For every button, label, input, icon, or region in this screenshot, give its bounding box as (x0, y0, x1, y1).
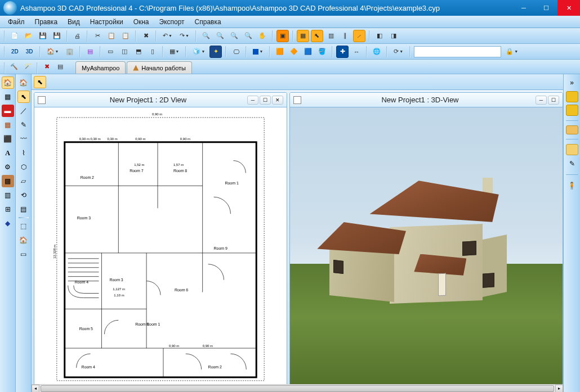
canvas-3d[interactable] (290, 107, 563, 392)
foundation-tool-button[interactable]: ▬ (2, 105, 14, 117)
window-symbol-button[interactable]: ⊞ (2, 203, 14, 215)
material-4-button[interactable]: 🪣 (316, 46, 328, 58)
horizontal-scrollbar[interactable]: ◂ ▸ (32, 384, 563, 392)
select-button[interactable]: ⬉ (311, 30, 323, 42)
screen-button[interactable]: 🖵 (230, 46, 242, 58)
delete-button[interactable]: ✖ (140, 30, 152, 42)
save-button[interactable]: 💾 (37, 30, 49, 42)
save-all-button[interactable]: 💾 (51, 30, 63, 42)
zoom-out-button[interactable]: 🔍 (214, 30, 226, 42)
zoom-fit-button[interactable]: 🔍 (242, 30, 255, 42)
fence-tool-button[interactable]: ▥ (2, 189, 14, 201)
mode-2d-button[interactable]: 2D (8, 46, 21, 58)
print-button[interactable]: 🖨 (71, 30, 83, 42)
menu-export[interactable]: Экспорт (155, 17, 189, 27)
grid-tool-button[interactable]: ▦ (2, 91, 14, 103)
view-preset-button[interactable]: ▦▼ (167, 46, 182, 58)
undo-button[interactable]: ↶▼ (160, 30, 175, 42)
building-tool-button[interactable]: 🏠 (2, 76, 14, 89)
copy-button[interactable]: 📋 (105, 30, 118, 42)
paste-button[interactable]: 📋 (119, 30, 132, 42)
mdi-maximize-button[interactable]: ☐ (548, 96, 559, 105)
window-minimize-button[interactable]: ─ (512, 0, 535, 16)
menu-edit[interactable]: Правка (30, 17, 63, 27)
solid-tool-button[interactable]: ◆ (2, 217, 14, 229)
cut-button[interactable]: ✂ (91, 30, 104, 42)
window-close-button[interactable]: ✕ (557, 0, 580, 16)
new-floor-button[interactable]: 🏠▼ (44, 46, 62, 58)
cube-button[interactable]: 🧊▼ (190, 46, 208, 58)
layout-3-button[interactable]: ⬒ (132, 46, 145, 58)
material-3-button[interactable]: 🟦 (302, 46, 314, 58)
tab-myashampoo[interactable]: MyAshampoo (75, 61, 126, 74)
edit-tool-button[interactable]: ✎ (17, 119, 30, 131)
roof-tool-button[interactable]: 🏠 (17, 234, 30, 246)
snap-angle-button[interactable]: ⟋ (353, 30, 365, 42)
grid-button[interactable]: ▦ (297, 30, 309, 42)
extrude-tool-button[interactable]: ▱ (17, 175, 30, 187)
menu-file[interactable]: Файл (3, 17, 29, 27)
scroll-left-button[interactable]: ◂ (32, 385, 39, 393)
menu-windows[interactable]: Окна (129, 17, 154, 27)
mdi-minimize-button[interactable]: ─ (247, 96, 258, 105)
cursor-tool-button[interactable]: ⬉ (17, 91, 30, 103)
dimension-button[interactable]: ↔ (350, 46, 363, 58)
globe-button[interactable]: 🌐 (371, 46, 383, 58)
stack-tool-button[interactable]: ▤ (17, 203, 30, 215)
wall-tool-button[interactable]: ⬛ (2, 133, 14, 145)
navigate-button[interactable]: ✦ (209, 46, 222, 58)
mode-3d-button[interactable]: 3D (23, 46, 36, 58)
material-1-button[interactable]: 🟧 (274, 46, 286, 58)
redo-button[interactable]: ↷▼ (177, 30, 192, 42)
layout-2-button[interactable]: ◫ (118, 46, 131, 58)
zoom-window-button[interactable]: 🔍 (228, 30, 240, 42)
menu-help[interactable]: Справка (190, 17, 226, 27)
menu-settings[interactable]: Настройки (86, 17, 128, 27)
line-tool-button[interactable]: ／ (17, 105, 30, 117)
layout-4-button[interactable]: ▯ (146, 46, 159, 58)
refresh-button[interactable]: ⟳▼ (391, 46, 406, 58)
measure-button[interactable]: ✚ (336, 46, 349, 58)
tool-wand-icon[interactable]: 🪄 (21, 61, 34, 73)
mdi-minimize-button[interactable]: ─ (536, 96, 547, 105)
layer-button[interactable]: ▤ (84, 46, 96, 58)
mdi-close-button[interactable]: ✕ (272, 96, 283, 105)
beam-tool-button[interactable]: ▭ (17, 248, 30, 260)
folder-icon[interactable] (566, 125, 578, 134)
scroll-right-button[interactable]: ▸ (555, 385, 563, 393)
polyline-tool-button[interactable]: 〰 (17, 133, 30, 145)
render-button[interactable]: ◨ (387, 30, 400, 42)
tab-getting-started[interactable]: Начало работы (127, 61, 192, 74)
curve-tool-button[interactable]: ⌇ (17, 147, 30, 159)
clipboard-icon[interactable] (566, 144, 578, 155)
canvas-2d[interactable]: Room 1 Room 1 Room 2 Room 2 Room 3 Room … (34, 107, 287, 392)
chevron-right-icon[interactable]: » (566, 76, 578, 89)
window-maximize-button[interactable]: ☐ (535, 0, 557, 16)
browser-yellow-icon[interactable] (566, 91, 578, 102)
raytrace-button[interactable]: ◧ (373, 30, 386, 42)
snap-guide-button[interactable]: ∥ (339, 30, 351, 42)
fullscreen-button[interactable]: ▣ (276, 30, 289, 42)
rotate-tool-button[interactable]: ⟲ (17, 189, 30, 201)
browser-yellow2-icon[interactable] (566, 105, 578, 116)
brick-tool-button[interactable]: ▦ (2, 119, 14, 131)
open-button[interactable]: 📂 (23, 30, 35, 42)
window-3d-titlebar[interactable]: New Project1 : 3D-View ─ ☐ (290, 93, 563, 107)
window-2d-titlebar[interactable]: New Project1 : 2D View ─ ☐ ✕ (34, 93, 287, 107)
tool-hammer-icon[interactable]: 🔨 (8, 61, 20, 73)
snap-grid-button[interactable]: ▥ (325, 30, 337, 42)
person-icon[interactable]: 🧍 (566, 179, 578, 192)
color-picker-button[interactable]: ▼ (250, 46, 266, 58)
zoom-in-button[interactable]: 🔍 (200, 30, 212, 42)
mdi-maximize-button[interactable]: ☐ (260, 96, 271, 105)
material-2-button[interactable]: 🔶 (288, 46, 300, 58)
layout-1-button[interactable]: ▭ (104, 46, 117, 58)
pan-button[interactable]: ✋ (256, 30, 269, 42)
command-input[interactable] (414, 46, 501, 57)
scroll-thumb[interactable] (41, 385, 554, 392)
new-button[interactable]: 📄 (8, 30, 21, 42)
tool-page-icon[interactable]: ▤ (54, 61, 66, 73)
search-button[interactable]: 🔒▼ (503, 46, 521, 58)
gear-tool-button[interactable]: ⚙ (2, 161, 14, 173)
section-tool-button[interactable]: 🏠 (17, 76, 30, 89)
